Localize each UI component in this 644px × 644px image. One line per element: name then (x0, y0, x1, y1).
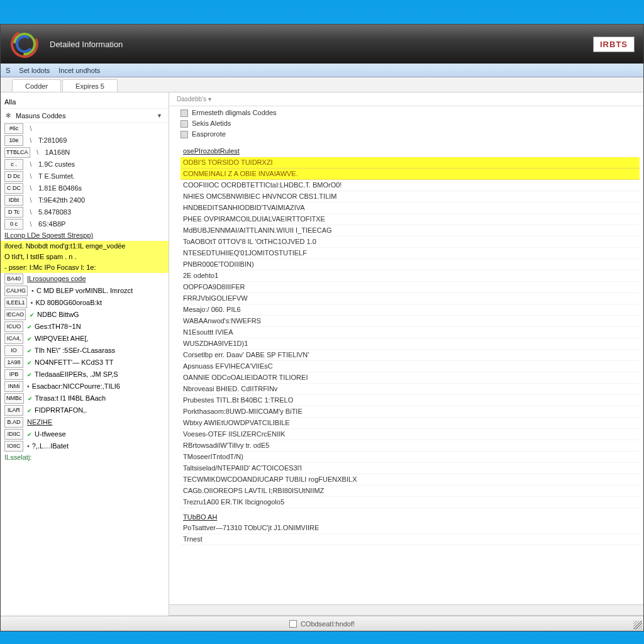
list-row[interactable]: Prubestes TITL.Bt B40BC 1:TRELO (180, 395, 640, 406)
sidebar-item[interactable]: ILARFIDPRRTAFON,. (1, 404, 169, 416)
list-row[interactable]: 2E odehto1 (180, 270, 640, 282)
sidebar-item[interactable]: ICA4,WIPQVEEt AHE[, (1, 333, 169, 345)
main-summary: Ermesteth dligmals Coddes Sekis Aletids … (169, 106, 643, 146)
sidebar-highlight-row[interactable]: O tId't, I tstIE spam . n . (1, 252, 169, 262)
slash-icon: \ (27, 172, 35, 181)
sidebar-code-row[interactable]: TTBLCA\1A168N (1, 147, 169, 158)
sidebar-item[interactable]: ICUOGes:tTH78~1N (1, 321, 169, 333)
sidebar-item[interactable]: 1A98NO4NFETT'— KCdS3 TT (1, 357, 169, 369)
summary-item-export[interactable]: Easprorote (180, 129, 643, 140)
horizontal-scrollbar[interactable] (169, 604, 643, 616)
list-row[interactable]: NHIES OMC5BNWIBIEC HNVNCOR CBS1.TILIM (180, 191, 640, 203)
item-badge: ICUO (4, 321, 23, 332)
list-row[interactable]: OOPFOA9D8IIIFER (180, 282, 640, 293)
code-value: T:9E42tth 2400 (38, 196, 85, 205)
list-row[interactable]: NTESEDTUHIIEQ'01JOMITOSTUTIELF (180, 248, 640, 259)
main-header[interactable]: Dasdebb's ▾ (169, 92, 643, 106)
slash-icon: \ (27, 184, 35, 193)
sidebar-code-row[interactable]: c .\1.9C custes (1, 158, 169, 170)
menu-item-1[interactable]: Set lodots (19, 67, 50, 74)
menu-item-0[interactable]: S (6, 67, 10, 74)
list-row[interactable]: CAGb.OIIOREOPS LAVTIL I;RBI80ISUtNIIMZ (180, 486, 640, 497)
item-text: U-tfweese (27, 430, 66, 440)
main-list[interactable]: osePIrozobtRulest ODBI'S TORSIDO TUIDRXZ… (169, 146, 643, 604)
list-row[interactable]: Wbtxy AWIEtUOWDPVATCILIBILE (180, 418, 640, 429)
list-row[interactable]: PNBR000E'TODIIIBIN) (180, 259, 640, 270)
sidebar-code-row[interactable]: 0 c\6S:4B8P (1, 218, 169, 230)
list-row[interactable]: Taltsiselad/NTEPAIID' AC'TOICOES3l'l (180, 463, 640, 474)
sidebar-item[interactable]: CALHGC MD BLEP vorMINBL. Imrozct (1, 285, 169, 297)
item-badge: IDIIC (4, 429, 23, 440)
app-title: Detailed Information (50, 40, 123, 49)
sidebar-code-row[interactable]: #6c\ (1, 123, 169, 135)
item-badge: CALHG (4, 286, 28, 296)
chevron-down-icon[interactable]: ▼ (157, 113, 162, 119)
sidebar-code-row[interactable]: IDbt\T:9E42tth 2400 (1, 194, 169, 206)
menubar: S Set lodots Incet undhots (1, 64, 643, 77)
statusbar: CObdseatI:hndof! (1, 616, 643, 631)
sidebar-footer-link[interactable]: ILsselatj: (1, 452, 169, 463)
list-row[interactable]: COOFIIIOC OCRDBTETTICtaI:LHDBC.T. BMOrO0… (180, 180, 640, 191)
tabbar: Codder Expires 5 (1, 77, 643, 92)
tab-codder[interactable]: Codder (12, 79, 61, 92)
list-row[interactable]: HNDBEDITSANHIODBID'TVAIMIAZIVA (180, 203, 640, 214)
sidebar-item[interactable]: BA40ILrosounoges code (1, 273, 169, 285)
list-row[interactable]: OANNIE ODCoOALIEIDAOTR TILIOREI (180, 372, 640, 384)
list-row[interactable]: WUSZDHA9IVE1D)1 (180, 338, 640, 350)
sidebar-item[interactable]: INMiEsacbacr:NICCPourre:,TILI6 (1, 380, 169, 392)
sidebar-item[interactable]: B.ADNEZIHE (1, 416, 169, 428)
list-row[interactable]: Corsetlbp err. Daav' DABE SP FTIELlVN' (180, 350, 640, 361)
list-row[interactable]: PHEE OVPIRAMCOILDUIALVAEIRTTOFITXE (180, 214, 640, 225)
status-icon (289, 620, 297, 628)
list-row[interactable]: ToAOBOtT 0TTOV'8 IL 'OtTHC1OJVED 1.0 (180, 236, 640, 248)
sidebar-code-row[interactable]: 10e\T:281069 (1, 135, 169, 147)
code-value: 1A168N (45, 148, 70, 157)
item-text: ILrosounoges code (27, 274, 86, 284)
sidebar-code-row[interactable]: D Dc\T E.Sumtet. (1, 170, 169, 182)
sidebar-item[interactable]: NMBcTtrasa:t I1 lf4BL BAach (1, 392, 169, 404)
list-row[interactable]: Trnest (180, 534, 640, 545)
sidebar-item[interactable]: IPBTIedaaaEIIPERs, .JM SP,S (1, 369, 169, 380)
list-row[interactable]: N1Esouttt IVIEA (180, 327, 640, 338)
item-badge: IECAO (4, 309, 26, 320)
sidebar-highlight-row[interactable]: - psser: I:Mc IPo Focasv l: 1e: (1, 262, 169, 273)
sidebar-item[interactable]: IOTIh NE\" :5SEr-CLasarass (1, 345, 169, 357)
sidebar-item[interactable]: IOIIC?,.L…IBatet (1, 440, 169, 452)
list-highlight-row[interactable]: ODBI'S TORSIDO TUIDRXZI (180, 157, 640, 169)
list-row[interactable]: RBrtowsadiIW'Tillvy tr. odE5 (180, 440, 640, 452)
list-row[interactable]: Apsnuass EFVIHECA'VIIEsC (180, 361, 640, 372)
menu-item-2[interactable]: Incet undhots (58, 67, 100, 74)
summary-item-alerts[interactable]: Sekis Aletids (180, 118, 643, 129)
sidebar-item[interactable]: ILEEL1KD 80B0G60oroaB:kt (1, 297, 169, 309)
list-icon (180, 120, 188, 128)
list-row[interactable]: FRRJVbIGOLIEFVW (180, 293, 640, 304)
list-row[interactable]: TMoseerITntodT/N) (180, 452, 640, 463)
list-row[interactable]: MdBUBJENNMAI/AITTLANIN.WIUII I_TIEECAG (180, 225, 640, 236)
summary-item-codes[interactable]: Ermesteth dligmals Coddes (180, 108, 643, 118)
sidebar-highlight-row[interactable]: ifored. Nbobdt mod'g:t1:IL emge_vodëe (1, 241, 169, 252)
list-row[interactable]: Voeses-OTEF IISLIZERCrcENIIK (180, 429, 640, 440)
tab-expires[interactable]: Expires 5 (62, 79, 118, 92)
list-row[interactable]: WABAAnwod's:NWEFRS (180, 316, 640, 327)
code-value: 6S:4B8P (38, 219, 65, 229)
list-row[interactable]: Nbroveasi BHIED. CdIITRFINv (180, 384, 640, 395)
sidebar-code-row[interactable]: D Tc\5.8478083 (1, 206, 169, 218)
code-badge: D Tc (4, 207, 23, 218)
list-row[interactable]: Mesajo:/ 060. PIL6 (180, 304, 640, 316)
list-row[interactable]: PoTsattver—71310 TObUC'jt J1.ONIMVIIRE (180, 523, 640, 534)
code-value: 1.9C custes (38, 160, 75, 169)
list-highlight-row[interactable]: CONMEINALI Z A OBIE INVAIAWVE. (180, 169, 640, 180)
sidebar-section-header[interactable]: ✻ Masuns Coddes ▼ (1, 109, 169, 123)
list-row[interactable]: Trezru1A00 ER.TIK Ibcignogolo5 (180, 497, 640, 508)
resize-handle[interactable] (633, 621, 642, 630)
list-row[interactable]: Porkthasaom:8UWD-MIICOAM'y BiTIE (180, 406, 640, 418)
list-row[interactable]: TECWMIKDWCDOANDIUCARP TUBILI rogFUENXBIL… (180, 474, 640, 486)
item-badge: ICA4, (4, 333, 23, 344)
sidebar-item[interactable]: IECAONDBC BittwG (1, 309, 169, 321)
app-logo (9, 29, 40, 59)
sidebar-code-row[interactable]: C DC\1.81E B0486s (1, 182, 169, 194)
item-badge: INMi (4, 381, 23, 392)
sidebar-item[interactable]: IDIICU-tfweese (1, 428, 169, 440)
sidebar-group-label: ILconp LDe Sqoestt Strespp) (1, 230, 169, 241)
status-text: CObdseatI:hndof! (301, 620, 355, 628)
